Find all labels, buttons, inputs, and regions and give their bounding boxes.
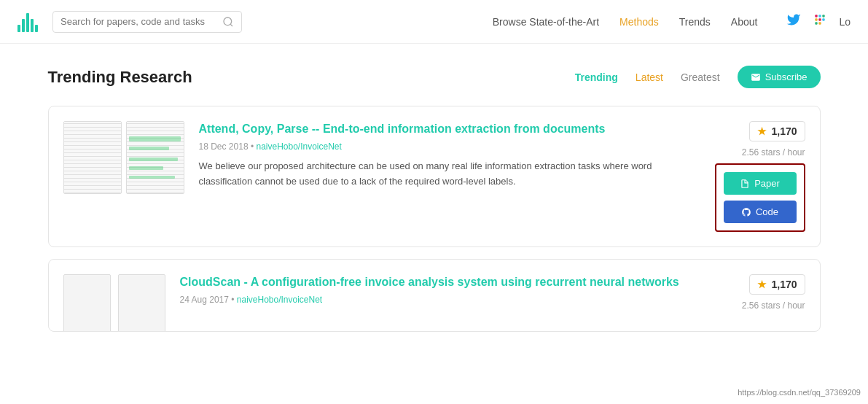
paper-title-1[interactable]: Attend, Copy, Parse -- End-to-end inform…: [199, 121, 700, 137]
stars-per-hour-1: 2.56 stars / hour: [742, 147, 805, 158]
filter-trending[interactable]: Trending: [575, 71, 618, 83]
paper-thumbnail-2: [63, 274, 165, 316]
file-icon: [740, 179, 750, 189]
svg-point-0: [224, 18, 232, 26]
paper-date-2: 24 Aug 2017: [180, 295, 229, 305]
paper-card-1: Attend, Copy, Parse -- End-to-end inform…: [48, 106, 821, 247]
thumb-page-2: [126, 121, 184, 194]
thumb-page-3: [63, 274, 111, 332]
page-title: Trending Research: [48, 68, 192, 87]
header-icons: Lo: [786, 12, 851, 31]
filter-latest[interactable]: Latest: [636, 71, 663, 83]
paper-content-2: CloudScan - A configuration-free invoice…: [180, 274, 703, 316]
paper-thumbnail-1: [63, 121, 184, 232]
highlight-2: [129, 147, 169, 150]
subscribe-label: Subscribe: [765, 71, 808, 82]
nav-trends[interactable]: Trends: [679, 16, 711, 28]
slack-icon[interactable]: [813, 12, 827, 31]
login-text[interactable]: Lo: [839, 16, 851, 28]
svg-line-1: [230, 24, 232, 26]
twitter-icon[interactable]: [786, 12, 801, 31]
paper-date-1: 18 Dec 2018: [199, 141, 249, 152]
paper-repo-2[interactable]: naiveHobo/InvoiceNet: [237, 295, 322, 305]
star-icon-2: ★: [757, 279, 767, 290]
main-content: Trending Research Trending Latest Greate…: [34, 44, 835, 365]
search-container: [52, 11, 242, 33]
highlight-3: [129, 158, 177, 161]
thumb-page-4: [118, 274, 165, 332]
stars-badge-2: ★ 1,170: [749, 274, 805, 295]
nav-methods[interactable]: Methods: [619, 16, 659, 28]
highlight-4: [129, 166, 163, 170]
logo-bar-3: [26, 13, 29, 32]
thumb-page-lines-1: [64, 122, 121, 193]
svg-rect-8: [816, 22, 818, 24]
stars-count-2: 1,170: [771, 279, 797, 290]
header: Browse State-of-the-Art Methods Trends A…: [0, 0, 868, 44]
stars-per-hour-2: 2.56 stars / hour: [742, 300, 805, 311]
filter-greatest[interactable]: Greatest: [681, 71, 720, 83]
trending-controls: Trending Latest Greatest Subscribe: [575, 66, 821, 88]
paper-card-2: CloudScan - A configuration-free invoice…: [48, 259, 821, 332]
code-btn-label-1: Code: [756, 206, 778, 217]
svg-rect-6: [819, 18, 821, 20]
highlight-1: [129, 136, 180, 142]
paper-content-1: Attend, Copy, Parse -- End-to-end inform…: [199, 121, 700, 232]
highlight-5: [129, 176, 174, 179]
action-buttons-1: Paper Code: [715, 163, 805, 232]
paper-repo-1[interactable]: naiveHobo/InvoiceNet: [256, 141, 341, 152]
logo[interactable]: [17, 12, 38, 32]
star-icon-1: ★: [757, 125, 767, 137]
paper-abstract-1: We believe our proposed architecture can…: [199, 159, 700, 190]
thumb-page-1: [63, 121, 122, 194]
stars-count-1: 1,170: [771, 125, 797, 137]
logo-bars: [17, 12, 38, 32]
paper-meta-1: 18 Dec 2018 • naiveHobo/InvoiceNet: [199, 141, 700, 152]
svg-rect-7: [823, 18, 825, 20]
search-icon: [222, 16, 234, 28]
logo-bar-5: [35, 25, 38, 32]
svg-rect-5: [816, 18, 818, 20]
paper-actions-1: ★ 1,170 2.56 stars / hour Paper Code: [715, 121, 805, 232]
envelope-icon: [751, 72, 761, 82]
svg-rect-9: [819, 22, 821, 24]
search-input[interactable]: [60, 16, 216, 27]
code-button-1[interactable]: Code: [724, 201, 797, 223]
paper-btn-label-1: Paper: [754, 178, 780, 189]
svg-rect-4: [823, 15, 825, 17]
paper-actions-2: ★ 1,170 2.56 stars / hour: [718, 274, 805, 316]
github-icon: [741, 207, 751, 217]
paper-meta-2: 24 Aug 2017 • naiveHobo/InvoiceNet: [180, 295, 703, 305]
paper-button-1[interactable]: Paper: [724, 172, 797, 195]
svg-rect-3: [819, 15, 821, 17]
svg-rect-2: [816, 15, 818, 17]
nav-about[interactable]: About: [731, 16, 758, 28]
main-nav: Browse State-of-the-Art Methods Trends A…: [493, 16, 758, 28]
paper-title-2[interactable]: CloudScan - A configuration-free invoice…: [180, 274, 703, 290]
nav-browse[interactable]: Browse State-of-the-Art: [493, 16, 599, 28]
stars-badge-1: ★ 1,170: [749, 121, 805, 141]
logo-bar-1: [17, 25, 20, 32]
subscribe-button[interactable]: Subscribe: [738, 66, 821, 88]
trending-header: Trending Research Trending Latest Greate…: [48, 66, 821, 88]
logo-bar-4: [31, 19, 34, 32]
logo-bar-2: [22, 19, 25, 32]
